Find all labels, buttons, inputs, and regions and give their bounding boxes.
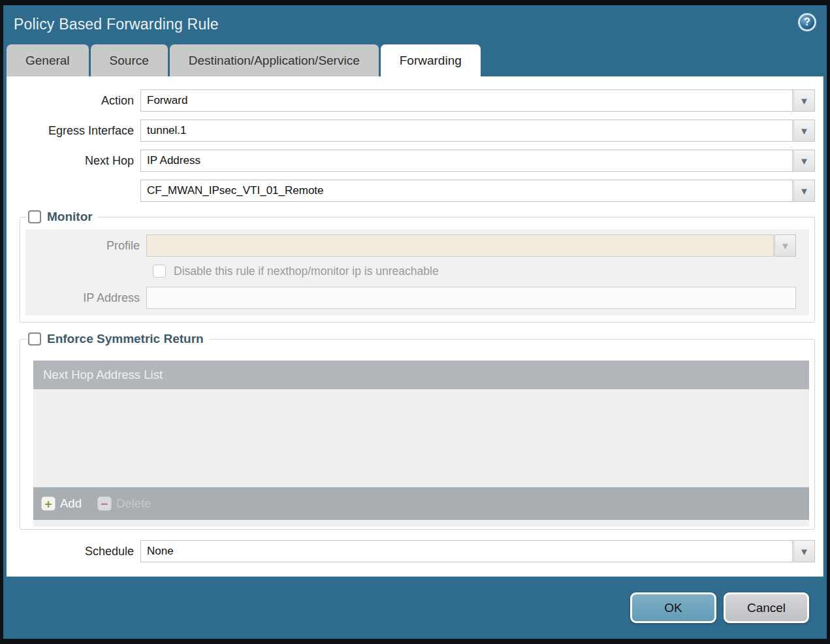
- action-select[interactable]: [140, 89, 793, 112]
- dialog-window: Policy Based Forwarding Rule ? General S…: [3, 5, 827, 639]
- monitor-title: Monitor: [47, 210, 93, 224]
- monitor-section: Monitor Profile ▼ Disable this rule if n…: [20, 210, 815, 323]
- table-bottom-strip: [33, 520, 809, 526]
- next-hop-address-row: ▼: [7, 180, 815, 202]
- tab-source-label: Source: [110, 54, 149, 68]
- next-hop-address-list-body[interactable]: [33, 389, 809, 487]
- add-button[interactable]: + Add: [41, 496, 82, 511]
- egress-interface-row: Egress Interface ▼: [7, 120, 815, 142]
- monitor-ip-label: IP Address: [25, 291, 146, 305]
- profile-label: Profile: [25, 239, 146, 253]
- monitor-ip-input: [146, 287, 796, 309]
- cancel-button[interactable]: Cancel: [724, 592, 809, 623]
- ok-button[interactable]: OK: [630, 592, 716, 623]
- monitor-panel: Profile ▼ Disable this rule if nexthop/m…: [25, 229, 809, 315]
- monitor-ip-row: IP Address: [25, 287, 796, 309]
- schedule-dropdown-button[interactable]: ▼: [793, 540, 815, 562]
- next-hop-address-select[interactable]: [140, 180, 793, 202]
- tab-source[interactable]: Source: [91, 44, 168, 76]
- egress-interface-select[interactable]: [140, 120, 793, 142]
- chevron-down-icon: ▼: [799, 547, 809, 556]
- profile-row: Profile ▼: [25, 234, 796, 257]
- tab-bar: General Source Destination/Application/S…: [3, 44, 827, 76]
- next-hop-type-dropdown-button[interactable]: ▼: [793, 150, 815, 172]
- egress-interface-dropdown-button[interactable]: ▼: [793, 120, 815, 142]
- monitor-legend: Monitor: [27, 210, 98, 224]
- next-hop-address-list-toolbar: + Add − Delete: [33, 487, 809, 520]
- tab-panel-forwarding: Action ▼ Egress Interface ▼ Next Hop ▼: [7, 76, 823, 577]
- egress-interface-label: Egress Interface: [7, 124, 140, 138]
- schedule-label: Schedule: [7, 545, 140, 558]
- tab-general-label: General: [25, 54, 70, 68]
- profile-select: [146, 234, 774, 257]
- add-button-label: Add: [60, 496, 82, 511]
- schedule-select[interactable]: [140, 540, 793, 562]
- tab-forwarding[interactable]: Forwarding: [381, 44, 481, 76]
- minus-icon: −: [97, 496, 112, 511]
- symmetric-return-legend: Enforce Symmetric Return: [27, 332, 209, 346]
- delete-button[interactable]: − Delete: [97, 496, 151, 511]
- dialog-footer: OK Cancel: [3, 577, 827, 639]
- chevron-down-icon: ▼: [799, 126, 809, 136]
- next-hop-row: Next Hop ▼: [7, 150, 815, 172]
- schedule-row: Schedule ▼: [7, 540, 815, 562]
- disable-rule-checkbox: [153, 265, 166, 278]
- tab-destination-application-service[interactable]: Destination/Application/Service: [170, 44, 379, 76]
- next-hop-label: Next Hop: [7, 154, 140, 168]
- chevron-down-icon: ▼: [799, 96, 809, 106]
- action-dropdown-button[interactable]: ▼: [793, 89, 815, 112]
- chevron-down-icon: ▼: [799, 186, 809, 196]
- monitor-checkbox[interactable]: [28, 210, 41, 223]
- next-hop-type-select[interactable]: [140, 150, 793, 172]
- tab-destination-label: Destination/Application/Service: [189, 54, 360, 68]
- plus-icon: +: [41, 496, 56, 511]
- tab-forwarding-label: Forwarding: [400, 54, 462, 68]
- symmetric-return-title: Enforce Symmetric Return: [47, 332, 204, 346]
- help-icon[interactable]: ?: [798, 13, 816, 31]
- disable-rule-row: Disable this rule if nexthop/monitor ip …: [153, 263, 796, 279]
- next-hop-address-dropdown-button[interactable]: ▼: [793, 180, 815, 202]
- profile-dropdown-button: ▼: [774, 234, 796, 257]
- dialog-title: Policy Based Forwarding Rule: [14, 16, 219, 33]
- title-bar: Policy Based Forwarding Rule ?: [3, 5, 827, 44]
- chevron-down-icon: ▼: [799, 156, 809, 166]
- symmetric-return-checkbox[interactable]: [28, 332, 41, 346]
- delete-button-label: Delete: [116, 496, 151, 511]
- symmetric-return-section: Enforce Symmetric Return Next Hop Addres…: [20, 332, 815, 530]
- disable-rule-label: Disable this rule if nexthop/monitor ip …: [174, 265, 439, 278]
- tab-general[interactable]: General: [7, 44, 89, 76]
- chevron-down-icon: ▼: [780, 241, 790, 251]
- next-hop-address-list-table: Next Hop Address List + Add − Delete: [33, 361, 809, 526]
- next-hop-address-list-header: Next Hop Address List: [33, 361, 809, 389]
- action-row: Action ▼: [7, 89, 815, 112]
- action-label: Action: [7, 94, 140, 108]
